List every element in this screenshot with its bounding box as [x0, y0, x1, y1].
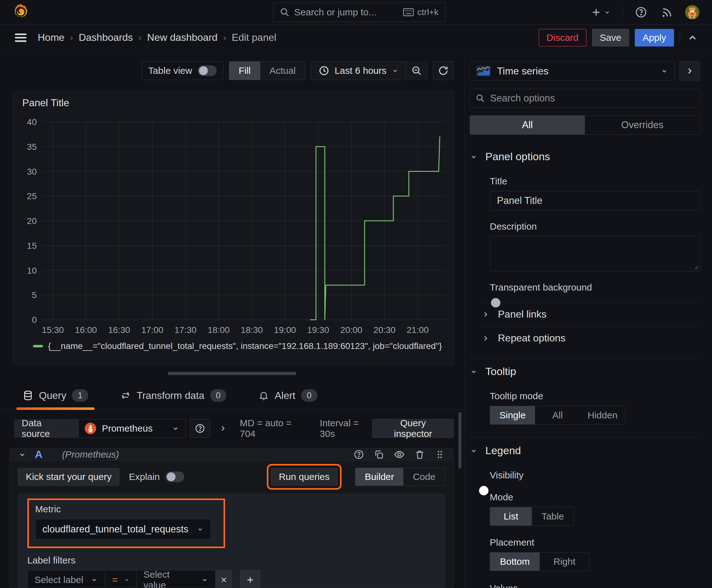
tab-overrides[interactable]: Overrides — [585, 115, 700, 134]
global-search-input[interactable]: Search or jump to... ctrl+k — [273, 2, 445, 22]
drag-query-handle[interactable] — [434, 449, 445, 460]
code-option[interactable]: Code — [404, 468, 445, 486]
remove-filter-button[interactable] — [216, 570, 232, 588]
svg-text:40: 40 — [27, 117, 37, 127]
tooltip-header[interactable]: Tooltip — [470, 360, 700, 383]
svg-text:17:30: 17:30 — [175, 325, 196, 335]
svg-text:16:30: 16:30 — [108, 325, 130, 335]
svg-text:17:00: 17:00 — [141, 325, 163, 335]
search-icon — [476, 93, 485, 103]
svg-text:18:30: 18:30 — [241, 325, 263, 335]
help-button[interactable] — [633, 5, 649, 20]
zoom-out-button[interactable] — [406, 61, 427, 80]
query-row-header[interactable]: A (Prometheus) — [10, 448, 453, 461]
svg-text:19:30: 19:30 — [307, 325, 329, 335]
explain-toggle[interactable] — [166, 471, 184, 482]
panel-options-header[interactable]: Panel options — [470, 145, 700, 168]
kick-start-button[interactable]: Kick start your query — [18, 468, 119, 486]
mode-list-option[interactable]: List — [490, 507, 532, 525]
panel-links-row[interactable]: Panel links — [481, 302, 700, 326]
drag-dots-icon — [434, 449, 445, 460]
user-avatar[interactable] — [685, 5, 699, 19]
table-view-toggle[interactable] — [198, 65, 217, 76]
collapse-header-button[interactable] — [686, 31, 699, 45]
repeat-options-row[interactable]: Repeat options — [481, 326, 700, 350]
grafana-logo[interactable] — [13, 3, 29, 22]
panel-title-input[interactable] — [490, 191, 700, 210]
breadcrumb-dashboards[interactable]: Dashboards — [79, 32, 133, 43]
query-ref-id[interactable]: A — [35, 448, 43, 460]
breadcrumb-home[interactable]: Home — [38, 32, 64, 43]
select-label-dropdown[interactable]: Select label — [27, 570, 105, 588]
legend-header[interactable]: Legend — [470, 439, 700, 462]
svg-text:5: 5 — [32, 290, 37, 300]
svg-text:20:00: 20:00 — [340, 325, 362, 335]
resize-grip-icon — [693, 264, 698, 270]
help-icon — [635, 6, 647, 19]
datasource-help-button[interactable] — [190, 419, 210, 438]
apply-button[interactable]: Apply — [635, 29, 674, 46]
save-button[interactable]: Save — [592, 29, 629, 46]
discard-button[interactable]: Discard — [539, 29, 586, 46]
transparent-bg-label: Transparent background — [490, 282, 700, 293]
actual-option[interactable]: Actual — [260, 62, 305, 80]
breadcrumb-new-dashboard[interactable]: New dashboard — [147, 32, 218, 43]
add-filter-button[interactable] — [240, 570, 260, 588]
placement-bottom-option[interactable]: Bottom — [490, 552, 540, 571]
delete-query-button[interactable] — [414, 449, 425, 460]
query-inspector-button[interactable]: Query inspector — [372, 419, 454, 438]
chevron-right-icon — [685, 66, 694, 76]
legend-swatch — [33, 345, 43, 348]
left-scrollbar-thumb[interactable] — [458, 412, 461, 469]
svg-text:20:30: 20:30 — [373, 325, 395, 335]
tab-alert[interactable]: Alert 0 — [257, 389, 319, 409]
collapse-options-button[interactable] — [679, 61, 700, 81]
legend-series-label[interactable]: {__name__="cloudflared_tunnel_total_requ… — [48, 341, 442, 351]
tooltip-mode-switch: Single All Hidden — [490, 406, 625, 425]
tooltip-all-option[interactable]: All — [535, 406, 580, 424]
refresh-button[interactable] — [433, 61, 454, 80]
metric-select[interactable]: cloudflared_tunnel_total_requests — [35, 519, 211, 540]
duplicate-query-button[interactable] — [373, 449, 384, 460]
builder-option[interactable]: Builder — [355, 468, 404, 486]
news-button[interactable] — [659, 5, 674, 20]
placement-label: Placement — [490, 537, 700, 548]
select-value-dropdown[interactable]: Select value — [136, 570, 216, 588]
mode-table-option[interactable]: Table — [532, 507, 574, 525]
close-icon — [220, 576, 228, 584]
legend-mode-switch: List Table — [490, 507, 574, 526]
pane-resize-handle[interactable] — [168, 372, 296, 375]
run-queries-button[interactable]: Run queries — [271, 468, 338, 486]
datasource-label: Data source — [14, 419, 78, 438]
datasource-picker[interactable]: Prometheus — [78, 419, 186, 438]
tooltip-hidden-option[interactable]: Hidden — [580, 406, 625, 424]
legend-placement-switch: Bottom Right — [490, 552, 589, 571]
new-dropdown-button[interactable] — [589, 5, 612, 19]
operator-dropdown[interactable]: = — [105, 570, 136, 588]
legend-section: Legend Visibility Mode List Table Placem… — [470, 439, 700, 588]
visualization-picker[interactable]: Time series — [470, 61, 675, 81]
description-textarea[interactable] — [490, 236, 700, 271]
options-search-input[interactable] — [490, 93, 694, 104]
chevron-right-icon — [481, 334, 490, 342]
metric-block: Metric cloudflared_tunnel_total_requests — [27, 499, 225, 548]
chevron-down-icon — [201, 576, 209, 584]
tab-transform-data[interactable]: Transform data 0 — [118, 389, 228, 409]
tab-query[interactable]: Query 1 — [21, 389, 90, 409]
placement-right-option[interactable]: Right — [540, 552, 589, 571]
query-help-button[interactable] — [353, 449, 364, 460]
breadcrumb-separator: › — [138, 33, 141, 43]
svg-text:16:00: 16:00 — [75, 325, 97, 335]
chevron-right-icon[interactable] — [219, 424, 227, 433]
menu-toggle-button[interactable] — [13, 31, 29, 45]
divider — [623, 6, 623, 19]
zoom-out-icon — [411, 65, 422, 76]
chart-canvas: 051015202530354015:3016:0016:3017:0017:3… — [20, 117, 455, 337]
time-range-picker[interactable]: Last 6 hours — [311, 65, 406, 76]
fill-option[interactable]: Fill — [229, 62, 260, 80]
hide-query-button[interactable] — [394, 449, 405, 460]
tab-all[interactable]: All — [470, 115, 585, 134]
options-search[interactable] — [470, 89, 700, 108]
tooltip-single-option[interactable]: Single — [490, 406, 535, 424]
builder-code-switch: Builder Code — [355, 468, 445, 486]
